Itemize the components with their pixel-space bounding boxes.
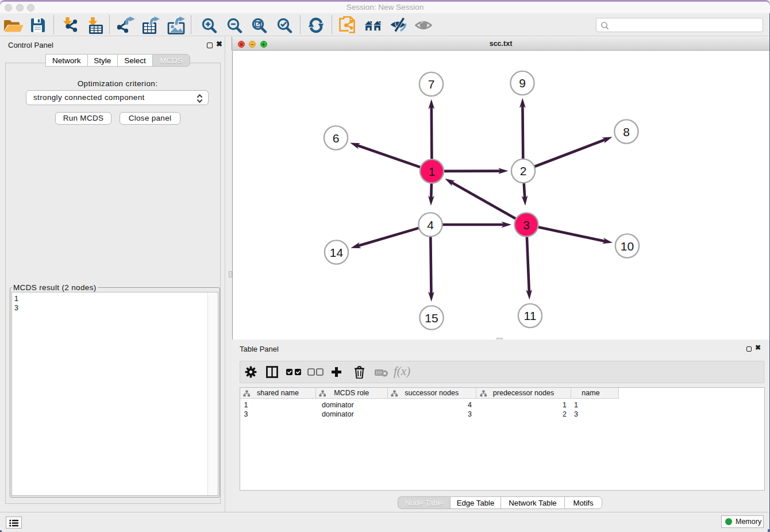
- svg-text:7: 7: [428, 78, 434, 91]
- svg-text:14: 14: [329, 245, 343, 259]
- svg-text:11: 11: [523, 309, 536, 322]
- svg-text:1: 1: [428, 164, 435, 178]
- svg-text:9: 9: [519, 76, 526, 90]
- svg-text:8: 8: [623, 125, 630, 138]
- svg-text:2: 2: [519, 164, 526, 178]
- svg-text:4: 4: [427, 218, 434, 231]
- svg-text:10: 10: [620, 239, 633, 252]
- svg-text:3: 3: [523, 218, 530, 231]
- svg-text:6: 6: [332, 131, 339, 144]
- svg-text:15: 15: [425, 311, 438, 324]
